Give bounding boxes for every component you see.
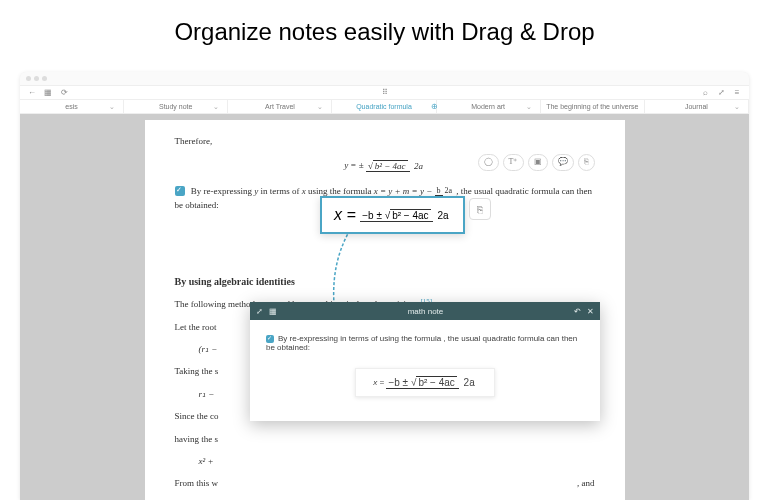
app-window: ← ▦ ⟳ ⠿ ⌕ ⤢ ≡ esis⌄ Study note⌄ Art Trav… <box>20 72 749 500</box>
grid-view-icon[interactable]: ▦ <box>44 89 52 97</box>
expr-x2: x² + <box>199 454 595 468</box>
tab-label: Journal <box>685 103 708 110</box>
note-body[interactable]: By re-expressing in terms of using the f… <box>250 320 600 421</box>
action-toolbar: ◯ T⁺ ▣ 💬 ⎘ <box>478 154 595 171</box>
tab-label: Modern art <box>471 103 505 110</box>
menu-icon[interactable]: ≡ <box>733 89 741 97</box>
tab-quadratic-formula[interactable]: Quadratic formula⊕ <box>332 100 436 113</box>
copy-icon[interactable]: ⎘ <box>469 198 491 220</box>
tab-journal[interactable]: Journal⌄ <box>645 100 749 113</box>
traffic-zoom[interactable] <box>42 76 47 81</box>
formula-lhs: y = ± <box>344 160 364 170</box>
tab-modern-art[interactable]: Modern art⌄ <box>437 100 541 113</box>
tab-study-note[interactable]: Study note⌄ <box>124 100 228 113</box>
chevron-down-icon[interactable]: ⌄ <box>213 103 219 111</box>
chevron-down-icon[interactable]: ⌄ <box>109 103 115 111</box>
tab-label: The beginning of the universe <box>546 103 638 110</box>
back-icon[interactable]: ← <box>28 89 36 97</box>
expand-icon[interactable]: ⤢ <box>717 89 725 97</box>
floating-note-window[interactable]: ⤢ ▦ math note ↶ ✕ By re-expressing in te… <box>250 302 600 421</box>
search-icon[interactable]: ⌕ <box>701 89 709 97</box>
note-title: math note <box>408 307 444 316</box>
paragraph-therefore: Therefore, <box>175 134 595 148</box>
formula-lhs: x = <box>373 378 384 387</box>
formula-den: 2a <box>412 161 425 171</box>
tab-beginning-universe[interactable]: The beginning of the universe⌄ <box>541 100 645 113</box>
tab-label: Quadratic formula <box>356 103 412 110</box>
tab-label: esis <box>65 103 77 110</box>
note-formula-card[interactable]: x = −b ± b² − 4ac 2a <box>355 368 495 397</box>
tab-label: Art Travel <box>265 103 295 110</box>
traffic-minimize[interactable] <box>34 76 39 81</box>
traffic-close[interactable] <box>26 76 31 81</box>
formula-lhs: x = <box>334 206 356 223</box>
chevron-down-icon[interactable]: ⌄ <box>734 103 740 111</box>
checkbox-icon[interactable] <box>175 186 185 196</box>
top-toolbar: ← ▦ ⟳ ⠿ ⌕ ⤢ ≡ <box>20 86 749 100</box>
tab-label: Study note <box>159 103 192 110</box>
tab-esis[interactable]: esis⌄ <box>20 100 124 113</box>
heading-algebraic: By using algebraic identities <box>175 274 595 290</box>
expand-arrows-icon[interactable]: ⤢ <box>256 307 263 316</box>
chevron-down-icon[interactable]: ⌄ <box>630 103 636 111</box>
marketing-headline: Organize notes easily with Drag & Drop <box>0 0 769 56</box>
chevron-down-icon[interactable]: ⌄ <box>317 103 323 111</box>
refresh-icon[interactable]: ⟳ <box>60 89 68 97</box>
apps-grid-icon[interactable]: ⠿ <box>381 89 389 97</box>
highlight-icon[interactable]: ◯ <box>478 154 499 171</box>
link-icon[interactable]: ⎘ <box>578 154 595 171</box>
paragraph-having: having the s <box>175 432 595 446</box>
chevron-down-icon[interactable]: ⌄ <box>526 103 532 111</box>
tab-bar: esis⌄ Study note⌄ Art Travel⌄ Quadratic … <box>20 100 749 114</box>
window-titlebar <box>20 72 749 86</box>
grid-icon[interactable]: ▦ <box>269 307 277 316</box>
formula-num: b² − 4ac <box>373 160 408 171</box>
dragged-formula-card[interactable]: x = −b ± b² − 4ac 2a ⎘ <box>320 196 465 234</box>
note-paragraph: By re-expressing in terms of using the f… <box>266 334 584 352</box>
tab-art-travel[interactable]: Art Travel⌄ <box>228 100 332 113</box>
text-tool-icon[interactable]: T⁺ <box>503 154 524 171</box>
undo-icon[interactable]: ↶ <box>574 307 581 316</box>
close-icon[interactable]: ✕ <box>587 307 594 316</box>
paragraph-from: From this w , and <box>175 476 595 490</box>
comment-icon[interactable]: 💬 <box>552 154 574 171</box>
note-titlebar[interactable]: ⤢ ▦ math note ↶ ✕ <box>250 302 600 320</box>
checkbox-icon[interactable] <box>266 335 274 343</box>
image-tool-icon[interactable]: ▣ <box>528 154 548 171</box>
